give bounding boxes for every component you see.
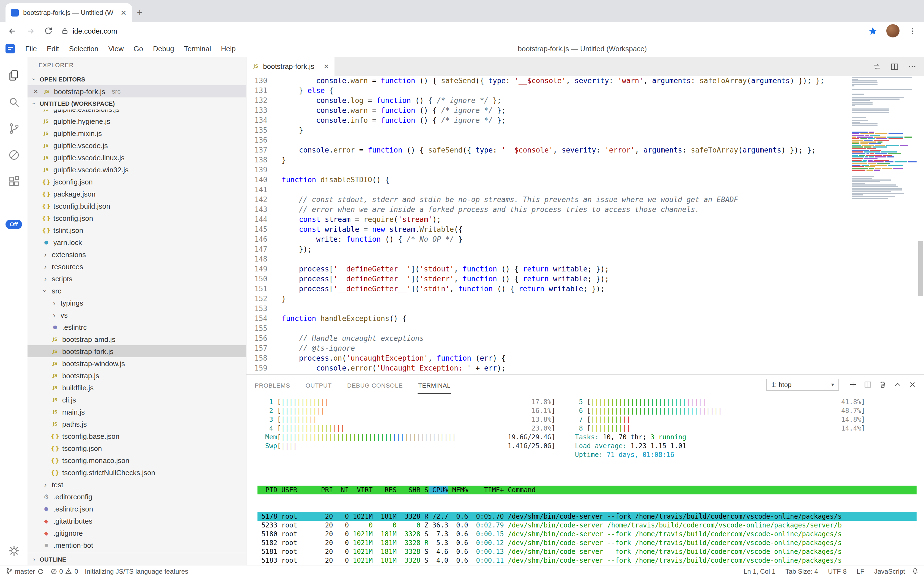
tree-item-gitignore[interactable]: ◆.gitignore	[27, 527, 246, 539]
tree-item-tsconfig-json[interactable]: {}tsconfig.json	[27, 212, 246, 224]
editor-tab[interactable]: JS bootstrap-fork.js ✕	[246, 57, 334, 76]
branch-indicator[interactable]: master	[5, 567, 44, 575]
editor-scrollbar[interactable]	[918, 241, 923, 296]
split-terminal-icon[interactable]	[864, 380, 872, 389]
code-editor[interactable]: 1301311321331341351361371381391401411421…	[246, 76, 924, 374]
tree-item-buildfile-js[interactable]: JSbuildfile.js	[27, 382, 246, 394]
process-row-5182[interactable]: 5182root2001021M181M3328R5.30.60:00.12/d…	[257, 538, 917, 547]
status-lf[interactable]: LF	[857, 567, 864, 575]
tree-item-tsconfig-strictnullchecks-json[interactable]: {}tsconfig.strictNullChecks.json	[27, 466, 246, 479]
tree-item-gitattributes[interactable]: ◆.gitattributes	[27, 515, 246, 527]
panel-tab-output[interactable]: OUTPUT	[305, 376, 332, 393]
terminal-picker[interactable]: 1: htop ▾	[767, 379, 839, 391]
tab-close-icon[interactable]: ✕	[121, 8, 127, 17]
settings-gear-icon[interactable]	[7, 545, 20, 557]
tree-item-tslint-json[interactable]: {}tslint.json	[27, 224, 246, 236]
tree-item-resources[interactable]: ›resources	[27, 260, 246, 272]
htop-col-time[interactable]: TIME+	[468, 486, 504, 495]
split-editor-icon[interactable]	[890, 62, 899, 71]
panel-tab-debug-console[interactable]: DEBUG CONSOLE	[347, 376, 403, 393]
htop-col-pri[interactable]: PRI	[317, 486, 333, 495]
new-terminal-icon[interactable]	[849, 380, 857, 389]
tree-item-eslintrc[interactable]: ●.eslintrc	[27, 321, 246, 333]
kill-terminal-icon[interactable]	[879, 380, 887, 389]
problems-indicator[interactable]: 0 0	[50, 567, 78, 575]
menu-debug[interactable]: Debug	[148, 44, 179, 53]
tree-item-cli-js[interactable]: JScli.js	[27, 394, 246, 406]
tree-item-paths-js[interactable]: JSpaths.js	[27, 418, 246, 430]
htop-col-command[interactable]: Command	[504, 486, 917, 495]
menu-selection[interactable]: Selection	[64, 44, 103, 53]
bell-icon[interactable]	[912, 567, 919, 575]
terminal-output[interactable]: 1[||||||||||||17.8%]5[||||||||||||||||||…	[246, 394, 924, 565]
browser-tab[interactable]: bootstrap-fork.js — Untitled (W ✕	[5, 3, 132, 22]
htop-col-mem[interactable]: MEM%	[448, 486, 468, 495]
explorer-icon[interactable]	[0, 62, 27, 89]
menu-terminal[interactable]: Terminal	[179, 44, 216, 53]
htop-col-cpu[interactable]: CPU%	[428, 486, 448, 495]
tree-item-tsconfig-json[interactable]: {}tsconfig.json	[27, 442, 246, 454]
tab-close-icon[interactable]: ✕	[323, 63, 329, 70]
outline-header[interactable]: › OUTLINE	[27, 553, 246, 565]
tree-item-vs[interactable]: ›vs	[27, 309, 246, 321]
tree-item-typings[interactable]: ›typings	[27, 297, 246, 309]
menu-help[interactable]: Help	[216, 44, 241, 53]
tree-item-bootstrap-amd-js[interactable]: JSbootstrap-amd.js	[27, 333, 246, 345]
more-actions-icon[interactable]	[908, 62, 917, 71]
source-control-icon[interactable]	[0, 115, 27, 142]
tree-item-tsconfig-build-json[interactable]: {}tsconfig.build.json	[27, 200, 246, 212]
open-editor-item[interactable]: ✕JSbootstrap-fork.jssrc	[27, 85, 246, 97]
forward-icon[interactable]	[26, 26, 35, 35]
back-icon[interactable]	[8, 26, 17, 35]
tree-item-gulpfile-extensions-js[interactable]: JSgulpfile.extensions.js	[27, 110, 246, 115]
status-utf-8[interactable]: UTF-8	[828, 567, 847, 575]
sync-icon[interactable]	[37, 568, 44, 575]
tree-item-gulpfile-hygiene-js[interactable]: JSgulpfile.hygiene.js	[27, 115, 246, 127]
minimap[interactable]	[852, 77, 917, 374]
tree-item-gulpfile-vscode-linux-js[interactable]: JSgulpfile.vscode.linux.js	[27, 152, 246, 163]
tree-item-package-json[interactable]: {}package.json	[27, 188, 246, 200]
tree-item-gulpfile-mixin-js[interactable]: JSgulpfile.mixin.js	[27, 127, 246, 139]
tree-item-editorconfig[interactable]: ⚙.editorconfig	[27, 490, 246, 503]
tree-item-jsconfig-json[interactable]: {}jsconfig.json	[27, 176, 246, 188]
htop-col-user[interactable]: USER	[277, 486, 317, 495]
tree-item-bootstrap-fork-js[interactable]: JSbootstrap-fork.js	[27, 345, 246, 357]
reload-icon[interactable]	[44, 26, 53, 35]
tree-item-mention-bot[interactable]: ■.mention-bot	[27, 539, 246, 551]
htop-col-s[interactable]: S	[420, 486, 428, 495]
status-tab-size-4[interactable]: Tab Size: 4	[785, 567, 818, 575]
menu-go[interactable]: Go	[129, 44, 148, 53]
htop-col-res[interactable]: RES	[373, 486, 397, 495]
htop-col-virt[interactable]: VIRT	[349, 486, 373, 495]
tree-item-gulpfile-vscode-win32-js[interactable]: JSgulpfile.vscode.win32.js	[27, 163, 246, 176]
open-editors-header[interactable]: › OPEN EDITORS	[27, 73, 246, 85]
tree-item-gulpfile-vscode-js[interactable]: JSgulpfile.vscode.js	[27, 139, 246, 152]
tree-item-tsconfig-monaco-json[interactable]: {}tsconfig.monaco.json	[27, 454, 246, 466]
panel-tab-problems[interactable]: PROBLEMS	[254, 376, 291, 393]
debug-icon[interactable]	[0, 142, 27, 168]
sync-icon[interactable]	[873, 62, 881, 71]
menu-edit[interactable]: Edit	[42, 44, 64, 53]
tree-item-tsconfig-base-json[interactable]: {}tsconfig.base.json	[27, 430, 246, 442]
tree-item-yarn-lock[interactable]: ●yarn.lock	[27, 236, 246, 248]
url-field[interactable]: ide.coder.com	[62, 27, 859, 35]
htop-col-pid[interactable]: PID	[257, 486, 277, 495]
tree-item-scripts[interactable]: ›scripts	[27, 272, 246, 285]
new-tab-button[interactable]: +	[132, 5, 148, 20]
tree-item-extensions[interactable]: ›extensions	[27, 248, 246, 260]
off-toggle-badge[interactable]: Off	[5, 220, 22, 229]
tree-item-src[interactable]: ›src	[27, 285, 246, 297]
search-icon[interactable]	[0, 89, 27, 115]
tree-item-bootstrap-window-js[interactable]: JSbootstrap-window.js	[27, 357, 246, 369]
tree-item-eslintrc-json[interactable]: ●.eslintrc.json	[27, 503, 246, 515]
menu-file[interactable]: File	[20, 44, 42, 53]
process-row-5233[interactable]: 5233root200000Z36.30.00:02.79/dev/shm/bi…	[257, 521, 917, 530]
maximize-panel-icon[interactable]	[893, 380, 902, 389]
browser-menu-icon[interactable]	[908, 27, 917, 35]
panel-tab-terminal[interactable]: TERMINAL	[418, 376, 451, 393]
tree-item-bootstrap-js[interactable]: JSbootstrap.js	[27, 369, 246, 382]
profile-avatar[interactable]	[886, 24, 900, 37]
htop-col-shr[interactable]: SHR	[397, 486, 421, 495]
process-row-5181[interactable]: 5181root2001021M181M3328S4.60.60:00.13/d…	[257, 547, 917, 556]
extensions-icon[interactable]	[0, 168, 27, 194]
